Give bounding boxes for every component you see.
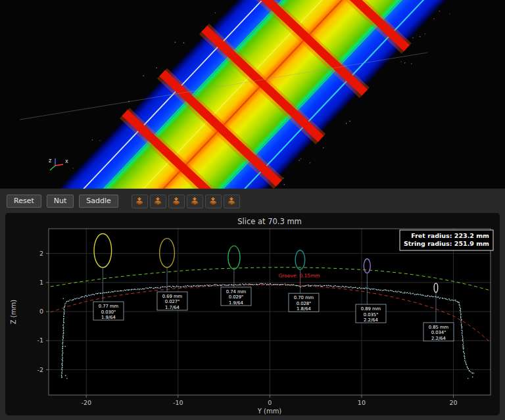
- measurement-text: 0.85 mm: [429, 325, 449, 330]
- view-bottom-button[interactable]: [150, 195, 166, 208]
- scan-noise-dot: [214, 12, 216, 13]
- scan-noise-dot: [419, 36, 420, 37]
- toolbar: Reset Nut Saddle: [7, 193, 240, 209]
- view-cube-icon: [189, 197, 200, 206]
- slice-title: Slice at 70.3 mm: [49, 217, 491, 226]
- legend-line: String radius: 251.9 mm: [404, 240, 489, 247]
- y-axis-label: Z (mm): [10, 300, 17, 324]
- scan-noise-dot: [91, 139, 93, 141]
- x-tick-label: 20: [449, 399, 457, 406]
- view-top-button[interactable]: [132, 195, 148, 208]
- measurement-text: 1.8/64: [297, 306, 311, 312]
- measurement-text: 0.70 mm: [294, 295, 314, 300]
- scan-noise-dot: [99, 140, 101, 141]
- measurement-text: 0.028": [297, 301, 312, 306]
- scan-noise-dot: [183, 42, 184, 43]
- y-tick-label: 2: [39, 250, 43, 257]
- saddle-button[interactable]: Saddle: [79, 195, 118, 208]
- scan-noise-dot: [433, 18, 435, 19]
- measurement-text: 0.77 mm: [99, 304, 119, 309]
- axis-y-arrow: [50, 166, 55, 170]
- measurement-text: 2.2/64: [364, 317, 378, 323]
- view-preset-group: [132, 195, 240, 208]
- scan-noise-dot: [143, 75, 144, 76]
- scan-noise-dot: [323, 147, 324, 149]
- scan-noise-dot: [346, 122, 347, 124]
- view-cube-icon: [171, 197, 181, 206]
- scan-3d-svg: z x: [0, 0, 505, 189]
- y-tick-label: 0: [39, 308, 43, 315]
- view-cube-icon: [208, 197, 218, 206]
- y-tick-label: -2: [37, 366, 43, 373]
- view-back-button[interactable]: [187, 195, 203, 208]
- legend: Fret radius: 223.2 mmString radius: 251.…: [400, 230, 493, 250]
- axis-z-label: z: [49, 158, 51, 164]
- slice-chart[interactable]: 0.77 mm0.030"1.9/640.69 mm0.027"1.7/640.…: [5, 213, 500, 415]
- y-tick-label: 1: [39, 279, 43, 286]
- measurement-text: 2.2/64: [431, 336, 446, 341]
- scan-noise-dot: [300, 158, 301, 159]
- viewer-3d[interactable]: z x: [0, 0, 505, 189]
- measurement-text: 0.030": [101, 310, 116, 315]
- measurement-text: 0.027": [165, 299, 180, 304]
- measurement-text: 0.74 mm: [226, 289, 247, 294]
- scan-noise-dot: [309, 162, 310, 164]
- x-axis-label: Y (mm): [257, 408, 282, 415]
- view-cube-icon: [226, 197, 237, 206]
- scan-noise-dot: [349, 120, 350, 122]
- scan-noise-dot: [156, 67, 157, 68]
- measurement-text: 0.89 mm: [361, 306, 381, 312]
- reset-button[interactable]: Reset: [7, 195, 41, 208]
- legend-line: Fret radius: 223.2 mm: [411, 232, 489, 239]
- measurement-text: 1.9/64: [101, 315, 116, 320]
- measurement-text: 0.035": [364, 312, 379, 317]
- slice-panel: 0.77 mm0.030"1.9/640.69 mm0.027"1.7/640.…: [5, 213, 500, 415]
- scan-noise-dot: [174, 41, 176, 43]
- view-cube-icon: [153, 197, 163, 206]
- scan-noise-dot: [299, 160, 300, 161]
- measurement-text: 0.034": [431, 330, 446, 335]
- nut-button[interactable]: Nut: [47, 195, 74, 208]
- scan-noise-dot: [412, 37, 414, 38]
- view-cube-icon: [134, 197, 145, 206]
- scan-heatmap-band: [22, 0, 493, 189]
- measurement-text: 1.9/64: [229, 300, 243, 306]
- scan-noise-dot: [404, 62, 406, 64]
- measurement-text: 0.69 mm: [162, 294, 183, 299]
- view-left-button[interactable]: [205, 195, 222, 208]
- scan-noise-dot: [283, 184, 285, 185]
- scan-noise-dot: [72, 168, 74, 169]
- scan-noise-dot: [400, 61, 402, 62]
- axis-triad: z x: [49, 158, 68, 170]
- x-tick-label: -20: [81, 399, 91, 406]
- view-right-button[interactable]: [224, 195, 240, 208]
- y-tick-label: -1: [37, 337, 43, 344]
- scan-noise-dot: [449, 13, 450, 14]
- axis-x-arrow: [55, 164, 63, 166]
- groove-label: Groove: 0.15mm: [278, 273, 320, 279]
- view-front-button[interactable]: [168, 195, 185, 208]
- axis-x-label: x: [65, 158, 68, 164]
- scan-noise-dot: [424, 33, 425, 34]
- x-tick-label: 10: [358, 399, 366, 406]
- measurement-text: 0.029": [229, 294, 244, 300]
- scan-noise-dot: [411, 63, 412, 64]
- scan-noise-dot: [439, 11, 440, 12]
- x-tick-label: 0: [268, 399, 272, 406]
- measurement-text: 1.7/64: [165, 305, 180, 310]
- x-tick-label: -10: [173, 399, 183, 406]
